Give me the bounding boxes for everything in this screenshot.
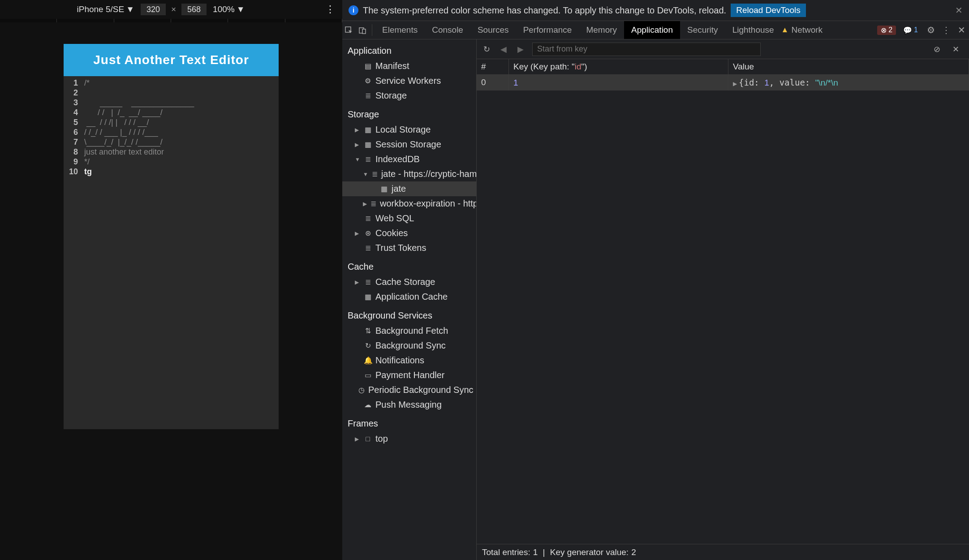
cookie-icon: ⊛ [364,229,372,237]
sidebar-item[interactable]: ⇅Background Fetch [342,323,476,338]
sidebar-item-label: jate [392,184,406,194]
code-editor[interactable]: 12345678910 /* _____ ______________ / / … [64,76,279,429]
expand-icon: ▶ [355,142,360,148]
device-toolbar: iPhone 5/SE ▼ × 100% ▼ ⋮ [0,0,342,19]
tab-performance[interactable]: Performance [516,21,579,39]
chevron-down-icon: ▼ [126,4,134,14]
sidebar-item[interactable]: ▼≣jate - https://cryptic-hamlet [342,167,476,181]
more-icon[interactable]: ⋮ [939,25,954,35]
delete-selected-icon[interactable]: ✕ [950,44,961,54]
tab-security[interactable]: Security [680,21,725,39]
tab-memory[interactable]: Memory [579,21,624,39]
info-message: The system-preferred color scheme has ch… [363,5,726,16]
sidebar-item-label: Manifest [375,61,409,71]
col-key[interactable]: Key (Key path: "id") [509,59,728,74]
zoom-selector[interactable]: 100% ▼ [210,4,247,14]
settings-icon[interactable]: ⚙ [923,25,939,35]
sidebar-item[interactable]: ▼≣IndexedDB [342,152,476,167]
ruler [0,19,342,22]
devtools-tabs: ElementsConsoleSourcesPerformanceMemoryA… [342,21,969,39]
expand-icon: ▶ [363,201,367,207]
refresh-icon[interactable]: ↻ [481,44,492,54]
db-icon: ≣ [364,244,372,252]
tab-lighthouse[interactable]: Lighthouse [725,21,781,39]
col-value[interactable]: Value [728,59,969,74]
sidebar-item-label: Trust Tokens [375,243,426,253]
sidebar-item-label: Notifications [375,355,424,366]
col-index[interactable]: # [477,59,509,74]
indexeddb-view: ↻ ◀ ▶ ⊘ ✕ # Key (Key path: "id") Value 0… [477,39,969,560]
more-icon[interactable]: ⋮ [322,4,339,15]
cloud-icon: ☁ [364,401,372,409]
device-name: iPhone 5/SE [77,4,125,14]
sidebar-item[interactable]: ▶▦Local Storage [342,122,476,137]
info-icon: i [349,5,358,15]
sidebar-item[interactable]: ▭Payment Handler [342,368,476,383]
chevron-down-icon: ▼ [237,4,245,14]
tab-application[interactable]: Application [624,21,680,39]
sidebar-item[interactable]: 🔔Notifications [342,353,476,368]
sidebar-item-label: Service Workers [375,76,441,86]
sidebar-item[interactable]: ≣Web SQL [342,211,476,226]
sidebar-item[interactable]: ▶▦Session Storage [342,137,476,152]
sidebar-item[interactable]: ▶≣Cache Storage [342,275,476,289]
message-badge[interactable]: 💬 1 [900,26,922,35]
sidebar-item[interactable]: ⚙Service Workers [342,73,476,88]
sidebar-item[interactable]: ▦jate [342,181,476,196]
device-selector[interactable]: iPhone 5/SE ▼ [74,4,137,14]
tab-elements[interactable]: Elements [375,21,425,39]
grid-icon: ▦ [364,125,372,134]
next-page-icon[interactable]: ▶ [515,44,526,54]
device-mode-icon[interactable] [356,26,369,35]
code-content[interactable]: /* _____ ______________ / / | /_ __/ ___… [82,76,279,429]
prev-page-icon[interactable]: ◀ [498,44,509,54]
warning-icon[interactable]: ▲ [781,26,789,34]
db-icon: ≣ [364,91,372,100]
start-key-input[interactable] [532,43,761,56]
expand-icon: ▼ [363,171,368,177]
expand-icon: ▶ [355,279,360,285]
sidebar-item[interactable]: ▶□top [342,431,476,446]
application-panels: Application▤Manifest⚙Service Workers≣Sto… [342,39,969,560]
table-header: # Key (Key path: "id") Value [477,59,969,75]
sidebar-item[interactable]: ◷Periodic Background Sync [342,383,476,397]
sidebar-item-label: workbox-expiration - https: [380,198,477,209]
close-icon[interactable]: ✕ [955,5,963,16]
table-row[interactable]: 01▶{id: 1, value: "\n/*\n [477,75,969,90]
sidebar-item-label: Web SQL [375,213,414,224]
grid-icon: ▦ [364,140,372,149]
sidebar-item[interactable]: ↻Background Sync [342,338,476,353]
tab-sources[interactable]: Sources [470,21,516,39]
db-icon: ≣ [370,199,376,208]
expand-icon: ▶ [355,127,360,133]
sidebar-group: Storage [342,103,476,122]
device-preview-pane: iPhone 5/SE ▼ × 100% ▼ ⋮ Just Another Te… [0,0,342,560]
svg-rect-2 [362,29,366,34]
reload-devtools-button[interactable]: Reload DevTools [731,4,806,17]
device-width-input[interactable] [141,4,166,15]
device-height-input[interactable] [181,4,207,15]
sidebar-item[interactable]: ▶≣workbox-expiration - https: [342,196,476,211]
sidebar-item-label: jate - https://cryptic-hamlet [381,169,477,179]
sidebar-item-label: Cookies [375,228,408,238]
sidebar-item[interactable]: ☁Push Messaging [342,397,476,412]
db-icon: ≣ [364,155,372,164]
sidebar-group: Application [342,39,476,59]
network-tab[interactable]: Network [791,25,828,35]
sync-icon: ↻ [364,341,372,350]
error-badge[interactable]: ⊗ 2 [877,26,896,35]
card-icon: ▭ [364,371,372,379]
data-table: # Key (Key path: "id") Value 01▶{id: 1, … [477,59,969,544]
sidebar-item[interactable]: ≣Storage [342,88,476,103]
sidebar-item[interactable]: ▶⊛Cookies [342,226,476,241]
sidebar-item[interactable]: ▤Manifest [342,59,476,73]
sidebar-item-label: IndexedDB [375,154,420,164]
sidebar-item[interactable]: ≣Trust Tokens [342,241,476,255]
devtools-panel: i The system-preferred color scheme has … [342,0,969,560]
close-icon[interactable]: ✕ [954,25,969,35]
tab-console[interactable]: Console [425,21,470,39]
inspect-icon[interactable] [342,26,356,35]
file-icon: ▤ [364,62,372,70]
sidebar-item[interactable]: ▦Application Cache [342,289,476,304]
clear-object-store-icon[interactable]: ⊘ [931,44,942,54]
